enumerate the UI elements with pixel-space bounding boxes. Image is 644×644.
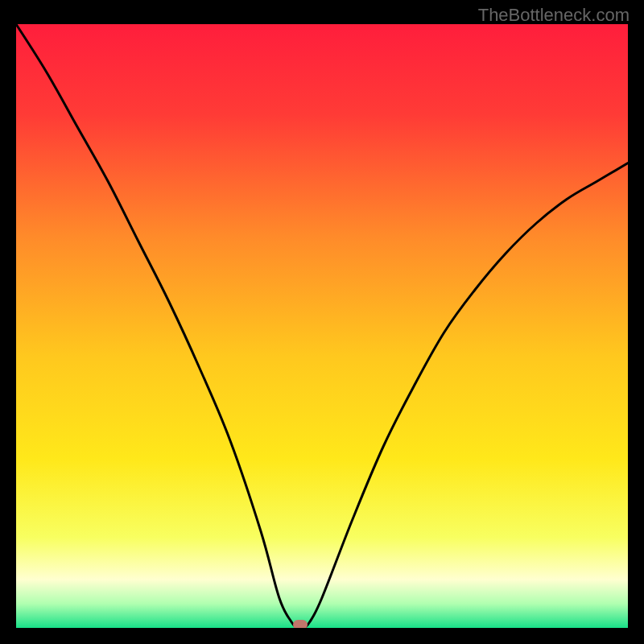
bottleneck-curve	[16, 24, 628, 628]
watermark-text: TheBottleneck.com	[478, 5, 630, 26]
plot-area	[16, 24, 628, 628]
chart-container: TheBottleneck.com	[0, 0, 644, 644]
curve-layer	[16, 24, 628, 628]
optimal-point-marker	[293, 620, 308, 628]
